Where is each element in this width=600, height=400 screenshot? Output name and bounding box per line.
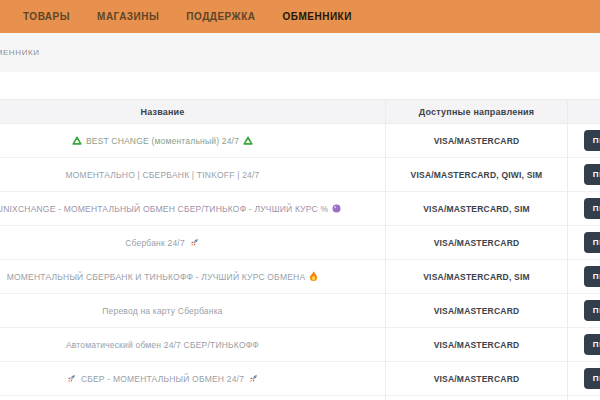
- table-row: Сбербанк 24/7VISA/MASTERCARDПЕРЕЙТИ: [0, 226, 600, 260]
- rocket-icon: [66, 373, 77, 384]
- available-directions: VISA/MASTERCARD, QIWI, SIM: [411, 170, 543, 180]
- table-header: Название Доступные направления: [0, 99, 600, 124]
- nav-item-products[interactable]: ТОВАРЫ: [23, 11, 70, 22]
- exchanger-name: BEST CHANGE (моментальный) 24/7: [72, 136, 253, 146]
- available-directions: VISA/MASTERCARD: [434, 306, 520, 316]
- exchanger-name-text: СБЕР - МОМЕНТАЛЬНЫЙ ОБМЕН 24/7: [81, 374, 244, 384]
- exchanger-name: СБЕР - МОМЕНТАЛЬНЫЙ ОБМЕН 24/7: [66, 373, 259, 384]
- table-row: ПЕРЕЙТИ: [0, 396, 600, 400]
- exchangers-page: { "nav": { "items": [ {"label": "ТОВАРЫ"…: [0, 0, 600, 400]
- rocket-icon: [189, 237, 200, 248]
- table-row: BEST CHANGE (моментальный) 24/7VISA/MAST…: [0, 124, 600, 158]
- table-row: UNIXCHANGE - МОМЕНТАЛЬНЫЙ ОБМЕН СБЕР/ТИН…: [0, 192, 600, 226]
- top-navigation: ТОВАРЫ МАГАЗИНЫ ПОДДЕРЖКА ОБМЕННИКИ: [0, 0, 600, 33]
- exchanger-name: Автоматический обмен 24/7 СБЕР/ТИНЬКОФФ: [66, 340, 259, 350]
- breadcrumb[interactable]: ОБМЕННИКИ: [0, 48, 40, 57]
- available-directions: VISA/MASTERCARD: [434, 238, 520, 248]
- column-header-action: [568, 100, 600, 123]
- table-row: МОМЕНТАЛЬНЫЙ СБЕРБАНК И ТИНЬКОФФ - ЛУЧШИ…: [0, 260, 600, 294]
- go-button[interactable]: ПЕРЕЙТИ: [584, 300, 600, 321]
- table-row: СБЕР - МОМЕНТАЛЬНЫЙ ОБМЕН 24/7VISA/MASTE…: [0, 362, 600, 396]
- exchanger-name-text: Автоматический обмен 24/7 СБЕР/ТИНЬКОФФ: [66, 340, 259, 350]
- exchanger-name: МОМЕНТАЛЬНО | СБЕРБАНК | TINKOFF | 24/7: [66, 170, 260, 180]
- go-button[interactable]: ПЕРЕЙТИ: [584, 232, 600, 253]
- available-directions: VISA/MASTERCARD: [434, 340, 520, 350]
- breadcrumb-bar: ОБМЕННИКИ: [0, 33, 600, 72]
- exchangers-table: Название Доступные направления BEST CHAN…: [0, 99, 600, 400]
- available-directions: VISA/MASTERCARD, SIM: [423, 272, 529, 282]
- nav-item-shops[interactable]: МАГАЗИНЫ: [97, 11, 159, 22]
- nav-item-support[interactable]: ПОДДЕРЖКА: [186, 11, 255, 22]
- exchanger-name-text: Сбербанк 24/7: [125, 238, 185, 248]
- go-button[interactable]: ПЕРЕЙТИ: [584, 164, 600, 185]
- exchanger-name: МОМЕНТАЛЬНЫЙ СБЕРБАНК И ТИНЬКОФФ - ЛУЧШИ…: [7, 271, 319, 282]
- exchanger-name-text: BEST CHANGE (моментальный) 24/7: [86, 136, 239, 146]
- exchanger-name-text: МОМЕНТАЛЬНЫЙ СБЕРБАНК И ТИНЬКОФФ - ЛУЧШИ…: [7, 272, 306, 282]
- exchanger-name: Сбербанк 24/7: [125, 237, 200, 248]
- exchanger-name: UNIXCHANGE - МОМЕНТАЛЬНЫЙ ОБМЕН СБЕР/ТИН…: [0, 204, 341, 214]
- exchanger-name-text: Перевод на карту Сбербанка: [102, 306, 222, 316]
- table-body: BEST CHANGE (моментальный) 24/7VISA/MAST…: [0, 124, 600, 400]
- available-directions: VISA/MASTERCARD: [434, 374, 520, 384]
- exchanger-name-text: МОМЕНТАЛЬНО | СБЕРБАНК | TINKOFF | 24/7: [66, 170, 260, 180]
- available-directions: VISA/MASTERCARD: [434, 136, 520, 146]
- available-directions: VISA/MASTERCARD, SIM: [423, 204, 529, 214]
- orb-icon: [332, 204, 341, 213]
- recycle-icon: [243, 136, 253, 146]
- go-button[interactable]: ПЕРЕЙТИ: [584, 368, 600, 389]
- column-header-directions: Доступные направления: [386, 100, 568, 123]
- exchanger-name: Перевод на карту Сбербанка: [102, 306, 222, 316]
- go-button[interactable]: ПЕРЕЙТИ: [584, 130, 600, 151]
- go-button[interactable]: ПЕРЕЙТИ: [584, 198, 600, 219]
- fire-icon: [309, 271, 318, 282]
- table-row: МОМЕНТАЛЬНО | СБЕРБАНК | TINKOFF | 24/7V…: [0, 158, 600, 192]
- table-row: Перевод на карту СбербанкаVISA/MASTERCAR…: [0, 294, 600, 328]
- go-button[interactable]: ПЕРЕЙТИ: [584, 266, 600, 287]
- exchanger-name-text: UNIXCHANGE - МОМЕНТАЛЬНЫЙ ОБМЕН СБЕР/ТИН…: [0, 204, 328, 214]
- spacer: [0, 72, 600, 99]
- recycle-icon: [72, 136, 82, 146]
- table-row: Автоматический обмен 24/7 СБЕР/ТИНЬКОФФV…: [0, 328, 600, 362]
- rocket-icon: [248, 373, 259, 384]
- go-button[interactable]: ПЕРЕЙТИ: [584, 334, 600, 355]
- column-header-name: Название: [0, 100, 386, 123]
- nav-item-exchangers[interactable]: ОБМЕННИКИ: [282, 11, 351, 22]
